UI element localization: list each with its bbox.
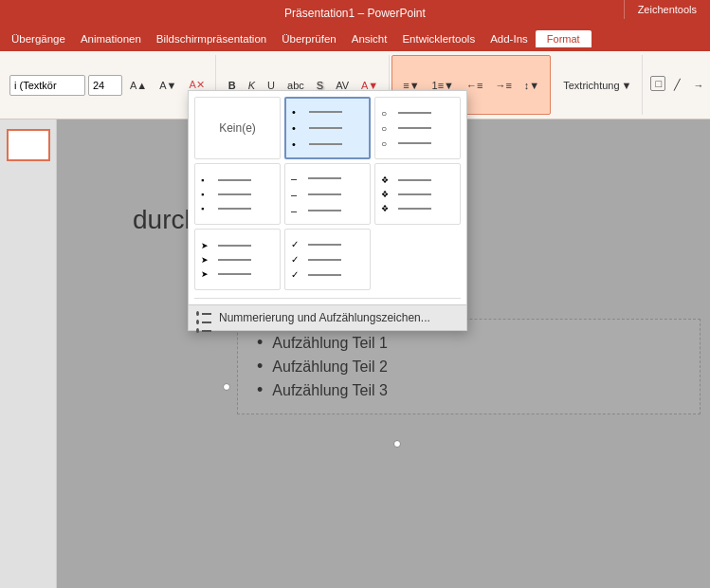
bullet-line-3 bbox=[309, 143, 342, 145]
bullet-dot-1: • bbox=[257, 333, 263, 353]
mini-slide[interactable] bbox=[7, 129, 50, 161]
dia-line-3 bbox=[398, 208, 431, 210]
bullet-dot-3: • bbox=[257, 380, 263, 400]
open-line-2 bbox=[398, 127, 431, 129]
chk-line-2 bbox=[308, 259, 341, 261]
open-row-1: ○ bbox=[381, 108, 454, 119]
sq-line-3 bbox=[218, 208, 251, 210]
chk-row-1: ✓ bbox=[291, 239, 364, 249]
open-sym-2: ○ bbox=[381, 123, 392, 134]
slide-panel bbox=[0, 119, 57, 588]
arr-sym-3: ➤ bbox=[201, 269, 212, 279]
arr-line-3 bbox=[218, 273, 251, 275]
title-bar: Präsentation1 – PowerPoint Zeichentools bbox=[0, 0, 710, 27]
more-bullets-label: Nummerierung und Aufzählungszeichen... bbox=[219, 311, 430, 324]
dia-row-3: ❖ bbox=[381, 204, 454, 213]
bullet-option-square[interactable]: ▪ ▪ ▪ bbox=[194, 163, 281, 225]
ribbon-nav: Übergänge Animationen Bildschirmpräsenta… bbox=[0, 27, 710, 51]
handle-left-bottom[interactable] bbox=[223, 383, 230, 391]
dia-line-2 bbox=[398, 193, 431, 195]
bullet-dot-2: • bbox=[257, 357, 263, 377]
textrichtung-label: Textrichtung bbox=[563, 80, 619, 91]
dash-row-3: – bbox=[291, 205, 364, 216]
bullet-sym-2: • bbox=[292, 122, 303, 134]
bullet-line-1 bbox=[309, 111, 342, 113]
bullet-option-arrow[interactable]: ➤ ➤ ➤ bbox=[194, 229, 281, 290]
zeichentools-label: Zeichentools bbox=[624, 0, 710, 19]
bullet-option-open-circle[interactable]: ○ ○ ○ bbox=[374, 97, 461, 159]
chk-row-3: ✓ bbox=[291, 269, 364, 280]
bullet-text-2: Aufzählung Teil 2 bbox=[272, 358, 388, 376]
chk-line-3 bbox=[308, 274, 341, 276]
chk-sym-3: ✓ bbox=[291, 269, 302, 280]
handle-bottom[interactable] bbox=[393, 440, 401, 448]
shape-arrow[interactable]: → bbox=[688, 76, 705, 94]
sq-row-1: ▪ bbox=[201, 175, 274, 185]
none-label: Kein(e) bbox=[219, 121, 256, 135]
sq-sym-1: ▪ bbox=[201, 175, 212, 185]
textrichtung-group: Textrichtung▼ bbox=[553, 55, 643, 115]
nav-entwickler[interactable]: Entwicklertools bbox=[394, 29, 482, 48]
bullet-option-dash[interactable]: – – – bbox=[284, 163, 371, 225]
bullet-item-1: • Aufzählung Teil 1 bbox=[257, 333, 681, 353]
bullet-option-none[interactable]: Kein(e) bbox=[194, 97, 281, 159]
line-spacing-btn[interactable]: ↕▼ bbox=[519, 77, 544, 94]
textrichtung-btn[interactable]: Textrichtung▼ bbox=[558, 77, 636, 94]
arr-row-1: ➤ bbox=[201, 241, 274, 250]
sq-row-3: ▪ bbox=[201, 204, 274, 213]
bullet-row-3: • bbox=[292, 138, 363, 150]
shape-rect[interactable]: □ bbox=[650, 76, 665, 91]
bullet-sym-1: • bbox=[292, 106, 303, 118]
bullet-option-diamond[interactable]: ❖ ❖ ❖ bbox=[374, 163, 461, 225]
nav-bildschirm[interactable]: Bildschirmpräsentation bbox=[149, 29, 274, 48]
shape-line[interactable]: ╱ bbox=[669, 76, 686, 94]
bullet-options-grid: Kein(e) • • • ○ bbox=[194, 97, 461, 290]
bullet-sym-3: • bbox=[292, 138, 303, 150]
bullet-option-filled-circle[interactable]: • • • bbox=[284, 97, 371, 159]
dash-row-2: – bbox=[291, 189, 364, 200]
dash-sym-2: – bbox=[291, 189, 302, 200]
bullet-list-box[interactable]: • Aufzählung Teil 1 • Aufzählung Teil 2 … bbox=[237, 319, 701, 414]
chk-line-1 bbox=[308, 244, 341, 246]
chk-sym-1: ✓ bbox=[291, 239, 302, 249]
font-name-input[interactable] bbox=[9, 75, 85, 96]
arr-line-2 bbox=[218, 259, 251, 261]
arr-sym-1: ➤ bbox=[201, 241, 212, 250]
dash-sym-3: – bbox=[291, 205, 302, 216]
bullet-option-check[interactable]: ✓ ✓ ✓ bbox=[284, 229, 371, 290]
dash-row-1: – bbox=[291, 173, 364, 184]
nav-uberprüfen[interactable]: Überprüfen bbox=[274, 29, 344, 48]
sq-row-2: ▪ bbox=[201, 190, 274, 199]
sq-line-2 bbox=[218, 193, 251, 195]
dia-line-1 bbox=[398, 179, 431, 181]
dash-line-3 bbox=[308, 210, 341, 211]
open-row-2: ○ bbox=[381, 123, 454, 134]
arr-sym-2: ➤ bbox=[201, 255, 212, 265]
dia-sym-2: ❖ bbox=[381, 190, 392, 199]
app-title: Präsentation1 – PowerPoint bbox=[284, 7, 426, 20]
grow-font-btn[interactable]: A▲ bbox=[125, 77, 152, 94]
arr-row-2: ➤ bbox=[201, 255, 274, 265]
nav-ansicht[interactable]: Ansicht bbox=[344, 29, 395, 48]
more-bullets-btn[interactable]: Nummerierung und Aufzählungszeichen... bbox=[189, 304, 466, 330]
nav-format[interactable]: Format bbox=[536, 30, 592, 47]
open-sym-1: ○ bbox=[381, 108, 392, 119]
nav-animationen[interactable]: Animationen bbox=[73, 29, 149, 48]
nav-ubergange[interactable]: Übergänge bbox=[4, 29, 73, 48]
bullet-row-1: • bbox=[292, 106, 363, 118]
bullet-item-2: • Aufzählung Teil 2 bbox=[257, 357, 681, 377]
shrink-font-btn[interactable]: A▼ bbox=[155, 77, 181, 94]
shapes-group: □ ╱ → △ ○ ★ {} ⋯ bbox=[645, 55, 710, 115]
dia-row-1: ❖ bbox=[381, 175, 454, 185]
more-icon bbox=[196, 311, 211, 324]
bullet-text-3: Aufzählung Teil 3 bbox=[272, 382, 388, 399]
dash-line-1 bbox=[308, 177, 341, 179]
increase-indent-btn[interactable]: →≡ bbox=[490, 77, 516, 94]
font-size-input[interactable] bbox=[88, 75, 122, 96]
chk-sym-2: ✓ bbox=[291, 254, 302, 265]
nav-addins[interactable]: Add-Ins bbox=[482, 29, 536, 48]
open-row-3: ○ bbox=[381, 138, 454, 149]
arr-row-3: ➤ bbox=[201, 269, 274, 279]
bullet-dropdown[interactable]: Kein(e) • • • ○ bbox=[188, 90, 467, 331]
dash-line-2 bbox=[308, 193, 341, 195]
